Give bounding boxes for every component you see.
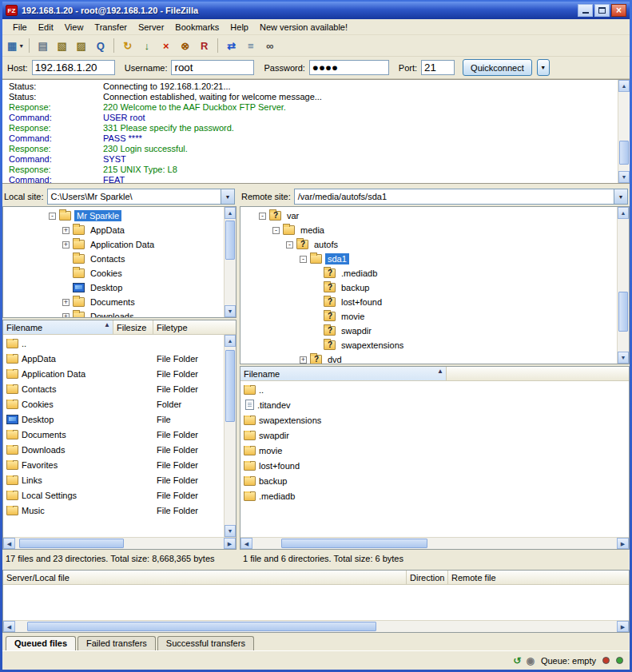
column-header-filename[interactable]: Filename▲ (3, 320, 113, 334)
tree-expander-icon[interactable]: - (286, 241, 293, 249)
file-row-swapdir[interactable]: swapdir (240, 427, 629, 443)
local-combo-dropdown-icon[interactable]: ▼ (221, 189, 234, 204)
file-row-up[interactable]: .. (240, 382, 629, 397)
scroll-thumb[interactable] (619, 141, 629, 165)
file-row-local-settings[interactable]: Local SettingsFile Folder (3, 487, 224, 503)
scroll-down-button[interactable]: ▼ (225, 305, 236, 317)
remote-list-hscrollbar[interactable]: ◀▶ (240, 537, 629, 549)
file-row-appdata[interactable]: AppDataFile Folder (3, 351, 224, 366)
remote-tree-toggle[interactable]: ▨ (72, 37, 90, 54)
scroll-left-button[interactable]: ◀ (240, 538, 252, 549)
scroll-right-button[interactable]: ▶ (617, 538, 629, 549)
tree-expander-icon[interactable]: + (300, 356, 307, 364)
tree-expander-icon[interactable]: + (62, 241, 70, 249)
dropdown-arrow-icon[interactable]: ▼ (18, 43, 24, 49)
remote-combo-dropdown-icon[interactable]: ▼ (614, 189, 627, 204)
tree-item-autofs[interactable]: -?autofs (240, 237, 617, 252)
local-tree-scrollbar[interactable]: ▲▼ (224, 207, 236, 317)
scroll-thumb[interactable] (225, 221, 235, 260)
quickconnect-dropdown-button[interactable]: ▼ (537, 59, 550, 76)
tree-expander-icon[interactable]: + (62, 227, 70, 234)
scroll-down-button[interactable]: ▼ (618, 352, 629, 364)
tree-item-sda1[interactable]: -sda1 (240, 252, 617, 266)
local-list-scrollbar[interactable]: ▲▼ (224, 335, 236, 537)
scroll-right-button[interactable]: ▶ (224, 538, 236, 549)
file-row-contacts[interactable]: ContactsFile Folder (3, 381, 224, 396)
remote-site-combo[interactable]: /var/media/autofs/sda1 ▼ (294, 189, 628, 205)
tree-item-mr-sparkle[interactable]: -Mr Sparkle (3, 209, 224, 223)
file-row-music[interactable]: MusicFile Folder (3, 503, 224, 518)
file-row-titandev[interactable]: .titandev (240, 397, 629, 412)
scroll-right-button[interactable]: ▶ (617, 621, 629, 632)
reconnect-button[interactable]: R (195, 37, 213, 54)
log-scrollbar[interactable]: ▲▼ (618, 80, 630, 183)
tab-successful-transfers[interactable]: Successful transfers (157, 636, 254, 650)
tree-item-dvd[interactable]: +?dvd (240, 352, 617, 364)
scroll-track[interactable] (252, 538, 617, 549)
tree-expander-icon[interactable]: - (300, 256, 307, 263)
column-header-filesize[interactable]: Filesize (113, 320, 153, 334)
tree-item-mediadb[interactable]: ?.mediadb (240, 266, 617, 280)
host-input[interactable] (32, 60, 115, 75)
tree-item-appdata[interactable]: +AppData (3, 223, 224, 237)
scroll-down-button[interactable]: ▼ (225, 525, 236, 537)
column-header-filename[interactable]: Filename▲ (240, 367, 447, 380)
column-header-filetype[interactable]: Filetype (153, 320, 236, 334)
local-list-hscrollbar[interactable]: ◀▶ (3, 537, 236, 549)
close-button[interactable]: × (611, 4, 626, 17)
tree-item-documents[interactable]: +Documents (3, 295, 224, 309)
tree-item-application-data[interactable]: +Application Data (3, 237, 224, 252)
disconnect-button[interactable]: ⊗ (176, 37, 194, 54)
file-row-application-data[interactable]: Application DataFile Folder (3, 366, 224, 381)
scroll-left-button[interactable]: ◀ (3, 538, 15, 549)
tree-item-swapextensions[interactable]: ?swapextensions (240, 338, 617, 352)
scroll-up-button[interactable]: ▲ (225, 207, 236, 219)
file-row-cookies[interactable]: CookiesFolder (3, 396, 224, 412)
file-row-mediadb[interactable]: .mediadb (240, 488, 629, 503)
file-row-backup[interactable]: backup (240, 473, 629, 488)
menu-item-new-version-available[interactable]: New version available! (254, 21, 353, 34)
scroll-thumb[interactable] (281, 539, 427, 548)
username-input[interactable] (171, 60, 254, 75)
compare-button[interactable]: ⇄ (222, 37, 240, 54)
tab-failed-transfers[interactable]: Failed transfers (78, 636, 156, 650)
menu-item-server[interactable]: Server (133, 21, 169, 34)
tree-item-swapdir[interactable]: ?swapdir (240, 324, 617, 338)
menu-item-bookmarks[interactable]: Bookmarks (169, 21, 225, 34)
tree-expander-icon[interactable]: - (272, 227, 280, 234)
tree-item-desktop[interactable]: Desktop (3, 280, 224, 295)
title-bar[interactable]: FZ 192.168.1.20 - root@192.168.1.20 - Fi… (2, 2, 630, 19)
site-manager-button[interactable]: ▦▼ (6, 37, 25, 54)
scroll-up-button[interactable]: ▲ (618, 207, 629, 219)
scroll-up-button[interactable]: ▲ (618, 80, 630, 92)
maximize-button[interactable] (594, 4, 610, 17)
queue-hscrollbar[interactable]: ◀▶ (3, 620, 629, 632)
tree-item-media[interactable]: -media (240, 223, 617, 237)
tree-item-backup[interactable]: ?backup (240, 280, 617, 295)
scroll-down-button[interactable]: ▼ (618, 171, 630, 183)
scroll-left-button[interactable]: ◀ (3, 621, 15, 632)
message-log-toggle[interactable]: ▤ (34, 37, 52, 54)
file-row-links[interactable]: LinksFile Folder (3, 472, 224, 487)
file-row-lost-found[interactable]: lost+found (240, 458, 629, 473)
file-row-movie[interactable]: movie (240, 443, 629, 458)
scroll-track[interactable] (618, 219, 629, 352)
scroll-track[interactable] (225, 219, 236, 305)
column-header-direction[interactable]: Direction (407, 571, 448, 584)
tab-queued-files[interactable]: Queued files (6, 636, 76, 650)
scroll-track[interactable] (15, 538, 224, 549)
tree-item-lost-found[interactable]: ?lost+found (240, 295, 617, 309)
file-row-desktop[interactable]: DesktopFile (3, 412, 224, 427)
menu-item-file[interactable]: File (7, 21, 33, 34)
cancel-button[interactable]: × (157, 37, 175, 54)
refresh-button[interactable]: ↻ (118, 37, 137, 54)
sync-browsing-button[interactable]: ≡ (241, 37, 260, 54)
tree-item-var[interactable]: -?var (240, 209, 617, 223)
tree-item-movie[interactable]: ?movie (240, 309, 617, 324)
quickconnect-button[interactable]: Quickconnect (463, 59, 532, 76)
column-header-server-local-file[interactable]: Server/Local file (3, 571, 407, 584)
menu-item-help[interactable]: Help (225, 21, 254, 34)
tree-expander-icon[interactable]: + (62, 313, 70, 318)
menu-item-transfer[interactable]: Transfer (89, 21, 133, 34)
tree-expander-icon[interactable]: - (259, 213, 266, 220)
